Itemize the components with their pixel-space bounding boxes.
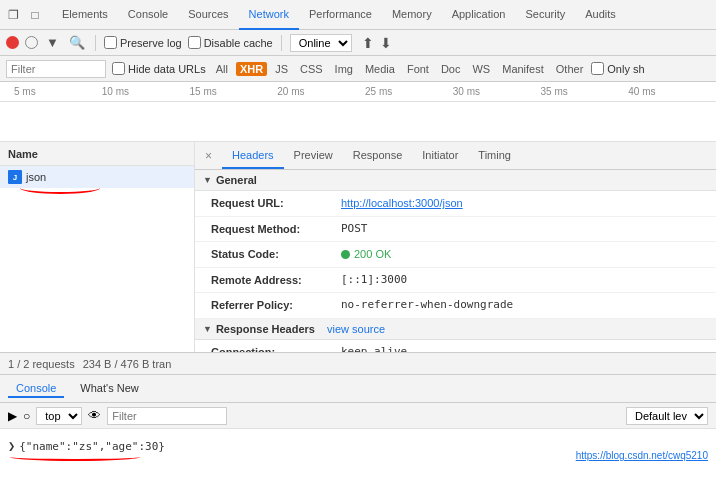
tab-memory[interactable]: Memory: [382, 0, 442, 30]
left-panel-header: Name: [0, 142, 194, 166]
transferred-size: 234 B / 476 B tran: [83, 358, 172, 370]
timeline: 5 ms 10 ms 15 ms 20 ms 25 ms 30 ms 35 ms…: [0, 82, 716, 142]
disable-cache-label[interactable]: Disable cache: [188, 36, 273, 49]
status-code-label: Status Code:: [211, 246, 341, 263]
general-section-header: ▼ General: [195, 170, 716, 191]
filter-js[interactable]: JS: [271, 62, 292, 76]
throttle-select[interactable]: Online: [290, 34, 352, 52]
search-icon[interactable]: 🔍: [67, 33, 87, 52]
dock-icon[interactable]: ❐: [4, 6, 22, 24]
tab-sources[interactable]: Sources: [178, 0, 238, 30]
console-bar: Console What's New: [0, 374, 716, 402]
ruler-mark-4: 20 ms: [277, 86, 365, 97]
record-button[interactable]: [6, 36, 19, 49]
remote-address-value: [::1]:3000: [341, 272, 407, 289]
remote-address-label: Remote Address:: [211, 272, 341, 289]
devtools-top-bar: ❐ □ Elements Console Sources Network Per…: [0, 0, 716, 30]
filter-bar: Hide data URLs All XHR JS CSS Img Media …: [0, 56, 716, 82]
filter-doc[interactable]: Doc: [437, 62, 465, 76]
filter-ws[interactable]: WS: [468, 62, 494, 76]
tab-performance[interactable]: Performance: [299, 0, 382, 30]
red-underline-annotation-2: [10, 453, 140, 461]
console-execute-icon[interactable]: ▶: [8, 409, 17, 423]
filter-manifest[interactable]: Manifest: [498, 62, 548, 76]
console-context-select[interactable]: top: [36, 407, 82, 425]
right-panel: × Headers Preview Response Initiator Tim…: [195, 142, 716, 352]
view-source-link[interactable]: view source: [327, 323, 385, 335]
console-filter-input[interactable]: [107, 407, 227, 425]
tab-elements[interactable]: Elements: [52, 0, 118, 30]
console-toolbar: ▶ ○ top 👁 Default lev: [0, 402, 716, 428]
elements-icon[interactable]: □: [26, 6, 44, 24]
ruler-mark-8: 40 ms: [628, 86, 716, 97]
filter-css[interactable]: CSS: [296, 62, 327, 76]
filter-font[interactable]: Font: [403, 62, 433, 76]
ruler-mark-6: 30 ms: [453, 86, 541, 97]
filter-all[interactable]: All: [212, 62, 232, 76]
clear-button[interactable]: [25, 36, 38, 49]
disable-cache-checkbox[interactable]: [188, 36, 201, 49]
timeline-content: [0, 102, 716, 141]
tab-network[interactable]: Network: [239, 0, 299, 30]
request-method-row: Request Method: POST: [195, 217, 716, 243]
devtools-icon-group: ❐ □: [4, 6, 44, 24]
json-file-icon: J: [8, 170, 22, 184]
rtab-response[interactable]: Response: [343, 142, 413, 169]
console-level-select[interactable]: Default lev: [626, 407, 708, 425]
status-ok-container: 200 OK: [341, 246, 391, 263]
only-sh-label[interactable]: Only sh: [591, 62, 644, 75]
network-item-json[interactable]: J json: [0, 166, 194, 188]
console-output-text: {"name":"zs","age":30}: [19, 440, 165, 453]
general-triangle-icon: ▼: [203, 175, 212, 185]
status-ok-text: 200 OK: [354, 246, 391, 263]
console-eye-icon[interactable]: 👁: [88, 408, 101, 423]
console-prompt-symbol: ❯: [8, 439, 15, 453]
network-toolbar: ▼ 🔍 Preserve log Disable cache Online ⬆ …: [0, 30, 716, 56]
tab-console[interactable]: Console: [118, 0, 178, 30]
main-area: Name J json × Headers Preview Response I…: [0, 142, 716, 352]
network-item-name: json: [26, 171, 46, 183]
filter-media[interactable]: Media: [361, 62, 399, 76]
tab-audits[interactable]: Audits: [575, 0, 626, 30]
ruler-mark-3: 15 ms: [190, 86, 278, 97]
status-bar: 1 / 2 requests 234 B / 476 B tran: [0, 352, 716, 374]
separator-2: [281, 35, 282, 51]
hide-data-urls-label[interactable]: Hide data URLs: [112, 62, 206, 75]
right-content: ▼ General Request URL: http://localhost:…: [195, 170, 716, 352]
close-panel-button[interactable]: ×: [199, 147, 218, 165]
preserve-log-checkbox[interactable]: [104, 36, 117, 49]
filter-input[interactable]: [6, 60, 106, 78]
only-sh-checkbox[interactable]: [591, 62, 604, 75]
hide-data-urls-checkbox[interactable]: [112, 62, 125, 75]
request-url-value[interactable]: http://localhost:3000/json: [341, 195, 463, 212]
request-method-value: POST: [341, 221, 368, 238]
download-icon[interactable]: ⬇: [380, 35, 392, 51]
upload-icon[interactable]: ⬆: [362, 35, 374, 51]
request-method-label: Request Method:: [211, 221, 341, 238]
rtab-headers[interactable]: Headers: [222, 142, 284, 169]
request-url-label: Request URL:: [211, 195, 341, 212]
rtab-preview[interactable]: Preview: [284, 142, 343, 169]
filter-icon[interactable]: ▼: [44, 33, 61, 52]
right-tab-bar: × Headers Preview Response Initiator Tim…: [195, 142, 716, 170]
referrer-policy-value: no-referrer-when-downgrade: [341, 297, 513, 314]
console-tab[interactable]: Console: [8, 380, 64, 398]
filter-xhr[interactable]: XHR: [236, 62, 267, 76]
watermark: https://blog.csdn.net/cwq5210: [576, 450, 708, 461]
tab-security[interactable]: Security: [515, 0, 575, 30]
console-output-area: ❯ {"name":"zs","age":30} https://blog.cs…: [0, 428, 716, 463]
general-section-title: General: [216, 174, 257, 186]
rtab-timing[interactable]: Timing: [468, 142, 521, 169]
tab-application[interactable]: Application: [442, 0, 516, 30]
response-headers-section-title: Response Headers: [216, 323, 315, 335]
request-url-row: Request URL: http://localhost:3000/json: [195, 191, 716, 217]
rtab-initiator[interactable]: Initiator: [412, 142, 468, 169]
separator-1: [95, 35, 96, 51]
console-stop-icon[interactable]: ○: [23, 409, 30, 423]
filter-other[interactable]: Other: [552, 62, 588, 76]
whats-new-tab[interactable]: What's New: [72, 380, 146, 398]
filter-img[interactable]: Img: [331, 62, 357, 76]
preserve-log-label[interactable]: Preserve log: [104, 36, 182, 49]
connection-row: Connection: keep-alive: [195, 340, 716, 353]
ruler-mark-7: 35 ms: [541, 86, 629, 97]
